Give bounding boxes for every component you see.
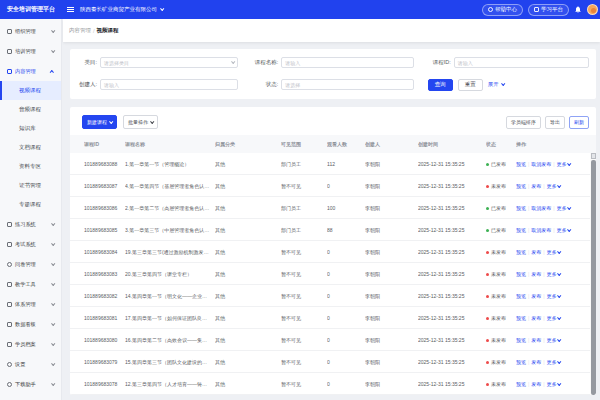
- sidebar-subitem-audio[interactable]: 音频课程: [0, 100, 61, 119]
- sidebar-item-system[interactable]: 体系管理: [0, 294, 61, 314]
- sidebar-item-practice[interactable]: 练习系统: [0, 214, 61, 234]
- sidebar-item-download[interactable]: 下载助手: [0, 374, 61, 394]
- scrollbar-thumb[interactable]: [591, 160, 596, 395]
- status-select[interactable]: 请选择: [281, 79, 413, 90]
- viewers-cell: 100: [327, 205, 365, 211]
- sidebar-item-archives[interactable]: 学员档案: [0, 334, 61, 354]
- batch-actions-button[interactable]: 批量操作: [123, 115, 158, 129]
- learning-platform-button[interactable]: 学习平台: [528, 4, 569, 16]
- status-dot: [486, 339, 489, 342]
- search-button[interactable]: 查询: [428, 79, 453, 91]
- expand-toggle[interactable]: 展开: [488, 81, 504, 88]
- preview-link[interactable]: 预览: [516, 359, 526, 365]
- preview-link[interactable]: 预览: [516, 271, 526, 277]
- publish-link[interactable]: 发布: [531, 271, 541, 277]
- preview-link[interactable]: 预览: [516, 249, 526, 255]
- company-selector[interactable]: 陕西秦长矿业商贸产业有限公司: [80, 6, 163, 13]
- table-scrollbar[interactable]: [590, 153, 596, 395]
- preview-link[interactable]: 预览: [516, 205, 526, 211]
- more-link[interactable]: 更多: [547, 381, 560, 387]
- sidebar-subitem-materials[interactable]: 资料专区: [0, 157, 61, 176]
- more-link[interactable]: 更多: [547, 337, 560, 343]
- preview-link[interactable]: 预览: [516, 381, 526, 387]
- sidebar-item-exam[interactable]: 考试系统: [0, 234, 61, 254]
- action-separator: |: [553, 227, 554, 233]
- more-link[interactable]: 更多: [547, 315, 560, 321]
- unpublish-link[interactable]: 取消发布: [531, 205, 551, 211]
- new-course-button[interactable]: 新建课程: [82, 115, 117, 129]
- unpublish-link[interactable]: 取消发布: [531, 161, 551, 167]
- sidebar-subitem-topics[interactable]: 专题课程: [0, 195, 61, 214]
- sidebar-item-org[interactable]: 组织管理: [0, 21, 61, 41]
- more-link[interactable]: 更多: [547, 271, 560, 277]
- status-dot: [486, 229, 489, 232]
- reset-button[interactable]: 重置: [458, 79, 483, 91]
- course-name-cell: 14.第四章第一节（明文化——企业文化...: [125, 293, 215, 299]
- sidebar-subitem-certificate[interactable]: 证书管理: [0, 176, 61, 195]
- more-link[interactable]: 更多: [557, 227, 570, 233]
- publish-link[interactable]: 发布: [531, 315, 541, 321]
- chevron-down-icon: [51, 28, 55, 32]
- sidebar-item-training[interactable]: 培训管理: [0, 41, 61, 61]
- preview-link[interactable]: 预览: [516, 337, 526, 343]
- export-button[interactable]: 导出: [545, 116, 565, 129]
- sidebar-item-survey[interactable]: 问卷管理: [0, 254, 61, 274]
- refresh-button[interactable]: 刷新: [569, 116, 589, 129]
- course-name-cell: 1.第一章第一节（管理概论）: [125, 161, 215, 167]
- publish-link[interactable]: 发布: [531, 337, 541, 343]
- sidebar-item-tools[interactable]: 教学工具: [0, 274, 61, 294]
- unpublish-link[interactable]: 取消发布: [531, 227, 551, 233]
- sidebar-subitem-video[interactable]: 视频课程: [0, 81, 61, 100]
- col-header: 操作: [516, 141, 586, 147]
- more-link[interactable]: 更多: [547, 183, 560, 189]
- more-link[interactable]: 更多: [557, 205, 570, 211]
- creator-cell: 李朝阳: [365, 227, 418, 233]
- dashboard-icon: [7, 322, 12, 327]
- col-header: 创建人: [365, 141, 418, 147]
- status-badge: 未发布: [486, 381, 516, 387]
- creator-input[interactable]: 请输入: [100, 79, 238, 90]
- publish-link[interactable]: 发布: [531, 381, 541, 387]
- col-header: 归属分类: [215, 141, 281, 147]
- course-id-input[interactable]: 请输入: [454, 57, 589, 68]
- created-time-cell: 2025-12-31 15:35:25: [418, 359, 486, 365]
- sidebar-subitem-knowledge[interactable]: 知识库: [0, 119, 61, 138]
- preview-link[interactable]: 预览: [516, 293, 526, 299]
- bell-icon[interactable]: [574, 5, 582, 14]
- action-separator: |: [528, 315, 529, 321]
- category-select[interactable]: 请选择类目: [100, 57, 238, 68]
- more-link[interactable]: 更多: [547, 293, 560, 299]
- action-separator: |: [528, 293, 529, 299]
- course-name-cell: 4.第一章第四节（基层管理者角色认知类）: [125, 183, 215, 189]
- breadcrumb-parent[interactable]: 内容管理: [69, 27, 91, 34]
- row-actions: 预览|发布|更多: [516, 271, 586, 277]
- preview-link[interactable]: 预览: [516, 227, 526, 233]
- user-avatar[interactable]: [587, 4, 598, 15]
- sidebar-item-content[interactable]: 内容管理: [0, 61, 61, 81]
- course-name-input[interactable]: 请输入: [281, 57, 413, 68]
- preview-link[interactable]: 预览: [516, 183, 526, 189]
- sidebar-subitem-docs[interactable]: 文档课程: [0, 138, 61, 157]
- preview-link[interactable]: 预览: [516, 315, 526, 321]
- more-link[interactable]: 更多: [547, 359, 560, 365]
- course-id-cell: 101889683087: [84, 183, 125, 189]
- publish-link[interactable]: 发布: [531, 249, 541, 255]
- publish-link[interactable]: 发布: [531, 359, 541, 365]
- course-id-cell: 101889683081: [84, 315, 125, 321]
- publish-link[interactable]: 发布: [531, 293, 541, 299]
- more-link[interactable]: 更多: [557, 161, 570, 167]
- preview-link[interactable]: 预览: [516, 161, 526, 167]
- sidebar-item-dashboard[interactable]: 数据看板: [0, 314, 61, 334]
- col-header: 课程名称: [125, 141, 215, 147]
- sidebar-item-settings[interactable]: 设置: [0, 354, 61, 374]
- viewers-cell: 0: [327, 293, 365, 299]
- creator-cell: 李朝阳: [365, 183, 418, 189]
- help-center-button[interactable]: 帮助中心: [482, 4, 523, 16]
- scope-cell: 部门员工: [281, 161, 327, 167]
- more-link[interactable]: 更多: [547, 249, 560, 255]
- student-sort-button[interactable]: 学员端排序: [506, 116, 541, 129]
- publish-link[interactable]: 发布: [531, 183, 541, 189]
- menu-toggle-icon[interactable]: [67, 7, 74, 12]
- action-separator: |: [528, 227, 529, 233]
- filter-panel: 类目: 请选择类目 课程名称: 请输入 课程ID: 请输入: [70, 49, 596, 99]
